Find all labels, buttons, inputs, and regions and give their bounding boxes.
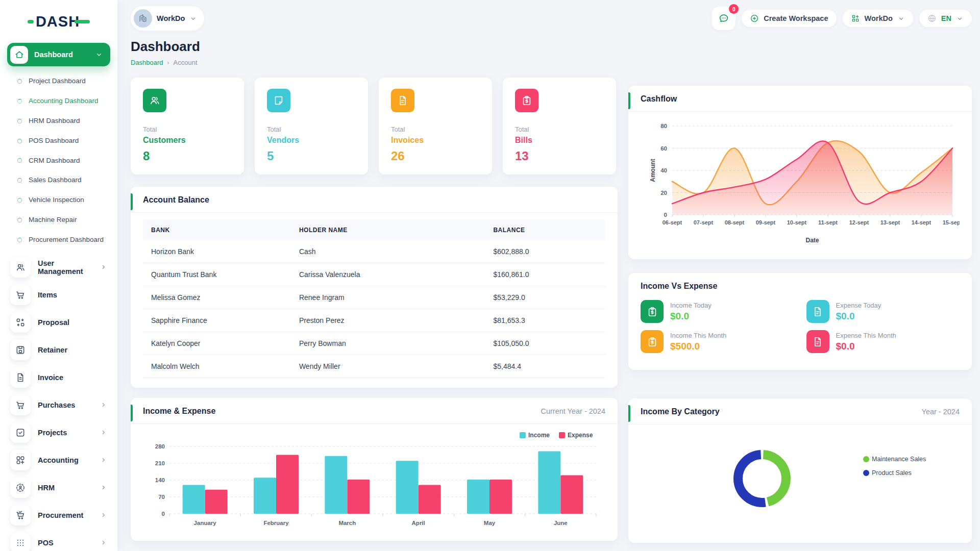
projects-icon-chip xyxy=(10,422,31,443)
income-by-category-panel: Income By Category Year - 2024 Maintenan… xyxy=(628,398,972,543)
clipboardDollar-icon xyxy=(641,330,664,353)
table-column-header: BALANCE xyxy=(485,220,605,240)
sidebar-item-purchases[interactable]: Purchases xyxy=(6,392,111,418)
table-cell-balance: $53,229.0 xyxy=(485,286,605,309)
ive-item-expense-today: Expense Today$0.0 xyxy=(806,300,960,323)
table-row: Malcolm WelchWendy Miller$5,484.4 xyxy=(143,355,605,378)
fileLines-icon xyxy=(391,89,414,112)
sidebar-item-crm-dashboard[interactable]: CRM Dashboard xyxy=(6,151,111,171)
brand-logo: DASH xyxy=(6,7,111,36)
sidebar-item-procurement-dashboard[interactable]: Procurement Dashboard xyxy=(6,230,111,250)
create-workspace-button[interactable]: Create Workspace xyxy=(742,10,836,27)
sidebar-item-label: Proposal xyxy=(38,318,107,327)
ive-label: Expense This Month xyxy=(836,332,896,339)
chevron-down-icon xyxy=(189,15,197,22)
language-selector[interactable]: EN xyxy=(919,10,972,27)
note-icon xyxy=(267,89,290,112)
sidebar-item-label: Sales Dashboard xyxy=(29,176,82,185)
svg-text:12-sept: 12-sept xyxy=(849,219,869,226)
home-icon xyxy=(14,49,24,60)
account-balance-table: BANKHOLDER NAMEBALANCE Horizon BankCash$… xyxy=(143,220,605,378)
sidebar-item-retainer[interactable]: Retainer xyxy=(6,337,111,363)
sidebar-item-procurement[interactable]: Procurement xyxy=(6,502,111,529)
stat-value: 8 xyxy=(143,149,232,163)
ive-item-income-today: Income Today$0.0 xyxy=(641,300,794,323)
sidebar-item-pos-dashboard[interactable]: POS Dashboard xyxy=(6,131,111,151)
table-row: Melissa GomezRenee Ingram$53,229.0 xyxy=(143,286,605,309)
panel-header: Account Balance xyxy=(131,187,618,213)
table-row: Horizon BankCash$602,888.0 xyxy=(143,240,605,263)
sidebar-item-user-management[interactable]: User Management xyxy=(6,254,111,281)
retainer-icon-chip xyxy=(10,340,31,360)
stat-card-vendors: TotalVendors5 xyxy=(255,78,368,174)
logo-dash-icon xyxy=(28,20,34,23)
sidebar-item-project-dashboard[interactable]: Project Dashboard xyxy=(6,71,111,91)
procurement-icon xyxy=(15,510,26,520)
table-column-header: HOLDER NAME xyxy=(291,220,485,240)
sidebar-item-vehicle-inspection[interactable]: Vehicle Inspection xyxy=(6,190,111,210)
bullet-ring-icon xyxy=(17,99,22,104)
table-cell-bank: Quantum Trust Bank xyxy=(143,263,291,286)
sidebar-item-label: POS xyxy=(38,539,92,547)
messages-button[interactable]: 0 xyxy=(712,7,736,30)
workspace-avatar xyxy=(134,9,152,28)
sidebar-item-pos[interactable]: POS xyxy=(6,530,111,551)
projects-icon xyxy=(15,428,26,438)
bullet-ring-icon xyxy=(17,139,22,143)
svg-text:0: 0 xyxy=(162,511,165,517)
breadcrumb-current: Account xyxy=(174,59,198,66)
sidebar-item-sales-dashboard[interactable]: Sales Dashboard xyxy=(6,170,111,190)
sidebar-item-hrm-dashboard[interactable]: HRM Dashboard xyxy=(6,111,111,131)
bullet-ring-icon xyxy=(17,79,22,84)
sidebar-item-label: User Management xyxy=(38,259,92,276)
page-title: Dashboard xyxy=(131,39,972,55)
sidebar-item-accounting[interactable]: Accounting xyxy=(6,447,111,473)
fileLines-icon xyxy=(806,300,829,323)
proposal-icon-chip xyxy=(10,312,31,333)
svg-text:80: 80 xyxy=(660,123,667,129)
stat-card-bills: TotalBills13 xyxy=(503,78,616,174)
income-vs-expense-grid: Income Today$0.0Expense Today$0.0Income … xyxy=(628,293,972,363)
bullet-ring-icon xyxy=(17,178,22,183)
table-row: Katelyn CooperPerry Bowman$105,050.0 xyxy=(143,332,605,355)
svg-text:March: March xyxy=(338,520,356,526)
sidebar-item-accounting-dashboard[interactable]: Accounting Dashboard xyxy=(6,91,111,111)
grid-plus-icon xyxy=(851,14,860,23)
pos-icon-chip xyxy=(10,533,31,551)
svg-text:40: 40 xyxy=(660,167,667,173)
procurement-icon-chip xyxy=(10,505,31,525)
stat-card-invoices: TotalInvoices26 xyxy=(379,78,492,174)
svg-text:09-sept: 09-sept xyxy=(756,219,776,226)
sidebar-item-machine-repair[interactable]: Machine Repair xyxy=(6,210,111,230)
sidebar-item-label: Project Dashboard xyxy=(29,77,86,86)
panel-header: Income & Expense Current Year - 2024 xyxy=(131,398,618,424)
svg-text:11-sept: 11-sept xyxy=(818,219,838,226)
bullet-ring-icon xyxy=(17,119,22,123)
sidebar-item-dashboard[interactable]: Dashboard xyxy=(7,43,110,66)
stat-value: 5 xyxy=(267,149,356,163)
users-icon xyxy=(143,89,166,112)
retainer-icon xyxy=(15,345,26,355)
workdo-menu-button[interactable]: WorkDo xyxy=(843,10,913,27)
table-column-header: BANK xyxy=(143,220,291,240)
stat-value: 26 xyxy=(391,149,480,163)
chevron-right-icon xyxy=(100,539,107,546)
chevron-right-icon xyxy=(100,263,107,271)
accounting-icon xyxy=(15,455,26,465)
users-icon xyxy=(15,262,26,272)
sidebar-item-proposal[interactable]: Proposal xyxy=(6,309,111,336)
sidebar-item-projects[interactable]: Projects xyxy=(6,419,111,446)
table-cell-holder: Cash xyxy=(291,240,485,263)
ive-texts: Expense Today$0.0 xyxy=(836,302,881,322)
breadcrumb: Dashboard › Account xyxy=(131,59,972,66)
breadcrumb-dashboard-link[interactable]: Dashboard xyxy=(131,59,163,66)
sidebar-item-label: CRM Dashboard xyxy=(29,157,80,165)
sidebar-item-hrm[interactable]: HRM xyxy=(6,474,111,501)
panel-title: Income Vs Expense xyxy=(641,282,717,291)
workspace-switcher[interactable]: WorkDo xyxy=(131,6,204,31)
table-row: Sapphire FinancePreston Perez$81,653.3 xyxy=(143,309,605,332)
clipboardDollar-icon xyxy=(515,89,538,112)
sidebar-item-invoice[interactable]: Invoice xyxy=(6,364,111,391)
sidebar-item-items[interactable]: Items xyxy=(6,282,111,308)
ive-value: $0.0 xyxy=(670,311,712,322)
